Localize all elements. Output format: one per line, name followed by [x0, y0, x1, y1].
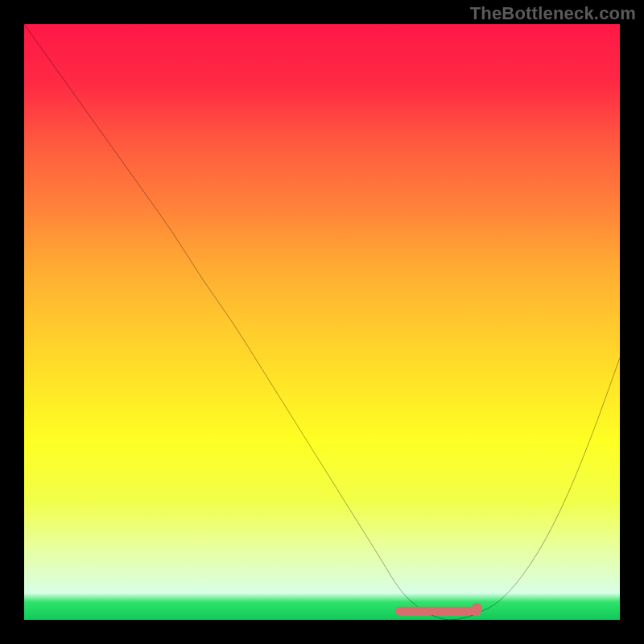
bottleneck-curve: [24, 24, 620, 620]
plot-area: [24, 24, 620, 620]
svg-point-1: [472, 603, 482, 613]
chart-frame: TheBottleneck.com: [0, 0, 644, 644]
chart-svg: [24, 24, 620, 620]
watermark-text: TheBottleneck.com: [470, 3, 636, 24]
optimal-zone: [399, 603, 482, 613]
